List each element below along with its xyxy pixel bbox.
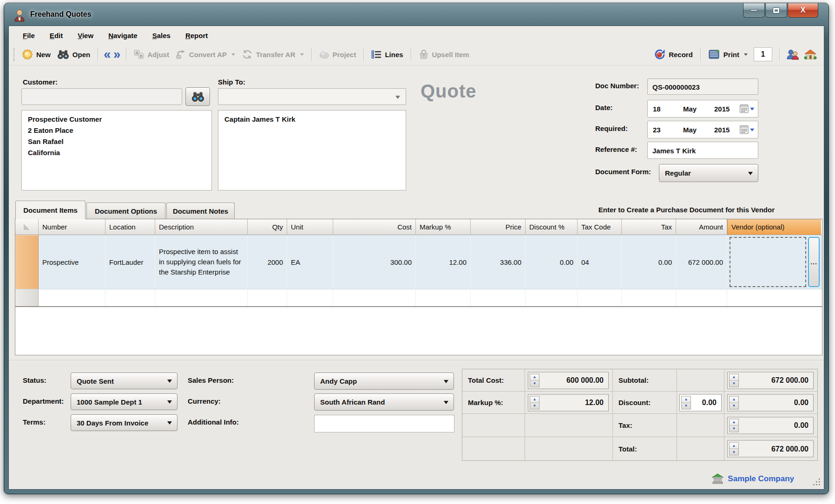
ship-to-address-line: Captain James T Kirk — [224, 114, 400, 125]
menu-edit[interactable]: Edit — [50, 32, 63, 39]
sales-person-select[interactable]: Andy Capp — [314, 373, 454, 390]
spinner-control[interactable]: ▲▼ — [729, 373, 739, 387]
col-header-unit[interactable]: Unit — [287, 219, 333, 235]
tab-document-items[interactable]: Document Items — [15, 201, 85, 219]
terms-select[interactable]: 30 Days From Invoice — [71, 414, 178, 431]
discount-amount-field[interactable]: ▲▼ 0.00 — [727, 394, 814, 411]
print-button[interactable]: Print — [705, 49, 751, 59]
required-year[interactable]: 2015 — [714, 126, 730, 134]
spinner-control[interactable]: ▲▼ — [729, 396, 739, 409]
col-header-location[interactable]: Location — [105, 219, 155, 235]
toolbar-grip[interactable] — [13, 48, 16, 61]
date-day[interactable]: 18 — [653, 105, 661, 113]
required-month[interactable]: May — [683, 126, 697, 134]
additional-info-input[interactable] — [314, 415, 454, 432]
new-button[interactable]: New — [19, 49, 54, 60]
date-month[interactable]: May — [683, 105, 697, 113]
menu-navigate[interactable]: Navigate — [108, 32, 138, 39]
col-header-markup[interactable]: Markup % — [416, 219, 471, 235]
total-field[interactable]: ▲▼ 672 000.00 — [727, 440, 814, 458]
print-copies-input[interactable]: 1 — [754, 47, 772, 61]
cell-price[interactable]: 336.00 — [471, 235, 526, 289]
grid-corner-cell[interactable] — [15, 219, 39, 235]
subtotal-field[interactable]: ▲▼ 672 000.00 — [727, 372, 814, 389]
total-cost-label: Total Cost: — [462, 376, 504, 384]
cell-markup[interactable]: 12.00 — [416, 235, 471, 289]
spinner-control[interactable]: ▲▼ — [681, 396, 691, 409]
menu-sales[interactable]: Sales — [152, 32, 171, 39]
discount-percent-field[interactable]: ▲▼ 0.00 — [679, 394, 722, 411]
col-header-discount[interactable]: Discount % — [526, 219, 578, 235]
col-header-vendor[interactable]: Vendor (optional) — [727, 219, 821, 235]
col-header-number[interactable]: Number — [39, 219, 105, 235]
tax-field[interactable]: ▲▼ 0.00 — [727, 417, 814, 434]
cell-tax[interactable]: 0.00 — [622, 235, 676, 289]
menu-report[interactable]: Report — [185, 32, 208, 39]
col-header-tax-code[interactable]: Tax Code — [578, 219, 622, 235]
customer-search-button[interactable] — [185, 87, 210, 106]
col-header-cost[interactable]: Cost — [333, 219, 416, 235]
empty-row[interactable] — [15, 289, 822, 307]
spinner-control[interactable]: ▲▼ — [530, 373, 539, 387]
cell-amount[interactable]: 672 000.00 — [676, 235, 727, 289]
cell-vendor[interactable]: ... — [727, 235, 821, 289]
date-field[interactable]: 18 May 2015 — [647, 100, 758, 118]
document-form-select[interactable]: Regular — [659, 164, 758, 182]
vendor-cell-selection[interactable] — [730, 237, 806, 287]
spinner-control[interactable]: ▲▼ — [530, 396, 539, 409]
svg-text:B: B — [140, 54, 143, 59]
col-header-description[interactable]: Description — [155, 219, 248, 235]
resize-grip[interactable] — [813, 478, 820, 485]
navigate-next-icon[interactable]: » — [112, 48, 122, 61]
col-header-qty[interactable]: Qty — [248, 219, 287, 235]
col-header-amount[interactable]: Amount — [676, 219, 727, 235]
open-binoculars-icon — [57, 49, 69, 59]
currency-select[interactable]: South African Rand — [314, 393, 454, 411]
required-date-field[interactable]: 23 May 2015 — [647, 121, 758, 138]
row-selector[interactable] — [15, 235, 39, 289]
close-button[interactable]: X — [788, 3, 818, 18]
total-cost-field[interactable]: ▲▼ 600 000.00 — [528, 372, 609, 389]
menu-file[interactable]: File — [23, 32, 35, 39]
ship-to-combo[interactable] — [218, 88, 406, 105]
navigate-previous-icon[interactable]: « — [102, 48, 112, 61]
spinner-control[interactable]: ▲▼ — [729, 419, 739, 432]
status-select[interactable]: Quote Sent — [71, 373, 178, 389]
cell-description[interactable]: Prospective item to assist in supplying … — [155, 235, 248, 289]
client-area: File Edit View Navigate Sales Report New… — [8, 26, 824, 490]
cell-number[interactable]: Prospective — [39, 235, 105, 289]
menu-view[interactable]: View — [78, 32, 93, 39]
calendar-dropdown-icon[interactable] — [739, 104, 756, 114]
maximize-button[interactable] — [765, 3, 787, 18]
reference-field[interactable]: James T Kirk — [647, 142, 758, 159]
record-button[interactable]: Record — [651, 49, 696, 60]
col-header-tax[interactable]: Tax — [622, 219, 676, 235]
cell-tax-code[interactable]: 04 — [578, 235, 622, 289]
minimize-icon — [750, 9, 757, 11]
customer-address-line: Prospective Customer — [28, 114, 205, 125]
required-day[interactable]: 23 — [653, 126, 661, 134]
markup-field[interactable]: ▲▼ 12.00 — [528, 394, 609, 411]
table-row[interactable]: Prospective FortLauder Prospective item … — [15, 235, 822, 289]
lines-button[interactable]: Lines — [368, 50, 406, 59]
company-status-item[interactable]: Sample Company — [711, 473, 794, 484]
department-select[interactable]: 1000 Sample Dept 1 — [71, 393, 178, 410]
calendar-dropdown-icon[interactable] — [739, 124, 756, 135]
customer-input[interactable] — [21, 88, 182, 105]
cell-cost[interactable]: 300.00 — [333, 235, 416, 289]
contacts-button[interactable] — [784, 49, 802, 60]
cell-location[interactable]: FortLauder — [105, 235, 155, 289]
open-button[interactable]: Open — [54, 49, 93, 59]
date-year[interactable]: 2015 — [714, 105, 730, 113]
cell-discount[interactable]: 0.00 — [526, 235, 578, 289]
company-home-button[interactable] — [802, 49, 819, 60]
tab-document-options[interactable]: Document Options — [86, 203, 165, 219]
cell-unit[interactable]: EA — [287, 235, 333, 289]
vendor-lookup-button[interactable]: ... — [808, 237, 820, 287]
spinner-control[interactable]: ▲▼ — [729, 442, 739, 456]
new-row-selector[interactable] — [15, 289, 39, 306]
col-header-price[interactable]: Price — [471, 219, 526, 235]
tab-document-notes[interactable]: Document Notes — [166, 203, 235, 219]
minimize-button[interactable] — [743, 3, 765, 18]
cell-qty[interactable]: 2000 — [248, 235, 287, 289]
